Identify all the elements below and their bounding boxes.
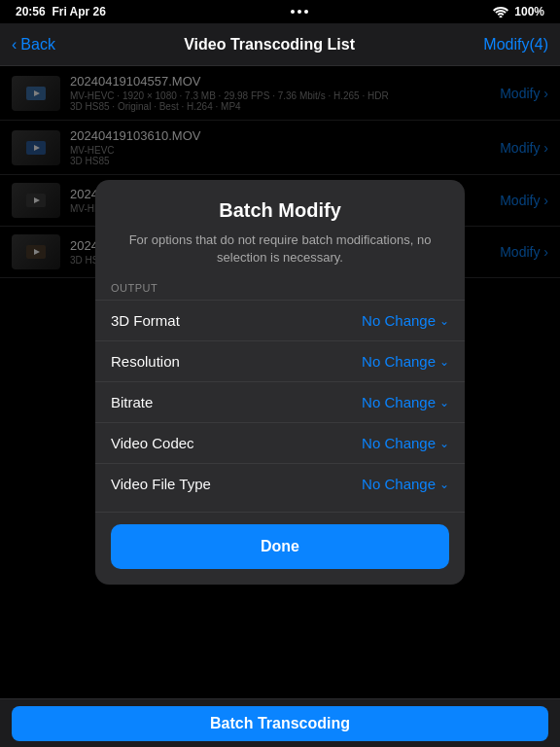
bottom-bar: Batch Transcoding [0,698,560,747]
nav-bar: ‹ Back Video Transcoding List Modify(4) [0,23,560,66]
option-value-video-file-type: No Change ⌄ [362,476,449,492]
done-button[interactable]: Done [111,524,449,569]
option-label-video-file-type: Video File Type [111,476,211,492]
option-value-3d-format: No Change ⌄ [362,312,449,329]
chevron-down-icon: ⌄ [439,437,449,450]
svg-point-0 [500,16,503,18]
option-row-resolution[interactable]: Resolution No Change ⌄ [95,340,465,381]
chevron-down-icon: ⌄ [439,314,449,328]
option-label-resolution: Resolution [111,353,180,370]
status-right: 100% [493,5,544,18]
option-label-3d-format: 3D Format [111,312,180,329]
chevron-down-icon: ⌄ [439,355,449,369]
option-label-video-codec: Video Codec [111,435,194,451]
batch-modify-modal: Batch Modify For options that do not req… [95,180,465,585]
option-value-video-codec: No Change ⌄ [362,435,449,451]
status-center-dots [291,10,308,14]
option-value-bitrate: No Change ⌄ [362,394,449,410]
batch-transcoding-button[interactable]: Batch Transcoding [12,706,548,741]
battery-level: 100% [514,5,544,18]
option-label-bitrate: Bitrate [111,394,153,410]
chevron-down-icon: ⌄ [439,478,449,491]
status-bar: 20:56 Fri Apr 26 100% [0,0,560,23]
option-row-video-codec[interactable]: Video Codec No Change ⌄ [95,422,465,463]
modal-overlay: Batch Modify For options that do not req… [0,66,560,698]
option-value-resolution: No Change ⌄ [362,353,449,370]
option-row-video-file-type[interactable]: Video File Type No Change ⌄ [95,463,465,504]
status-time-date: 20:56 Fri Apr 26 [16,5,106,18]
modal-section-label: OUTPUT [95,282,465,300]
back-label: Back [20,36,55,53]
main-content: 20240419104557.MOV MV-HEVC · 1920 × 1080… [0,66,560,698]
modal-title: Batch Modify [115,199,445,222]
page-title: Video Transcoding List [184,36,355,53]
back-button[interactable]: ‹ Back [12,36,55,53]
wifi-icon [493,6,508,18]
option-row-3d-format[interactable]: 3D Format No Change ⌄ [95,300,465,340]
modal-header: Batch Modify For options that do not req… [95,180,465,267]
option-row-bitrate[interactable]: Bitrate No Change ⌄ [95,381,465,422]
chevron-down-icon: ⌄ [439,396,449,409]
modify-button[interactable]: Modify(4) [483,36,548,53]
modal-subtitle: For options that do not require batch mo… [115,231,445,267]
modal-footer: Done [95,512,465,585]
back-chevron-icon: ‹ [12,36,17,53]
